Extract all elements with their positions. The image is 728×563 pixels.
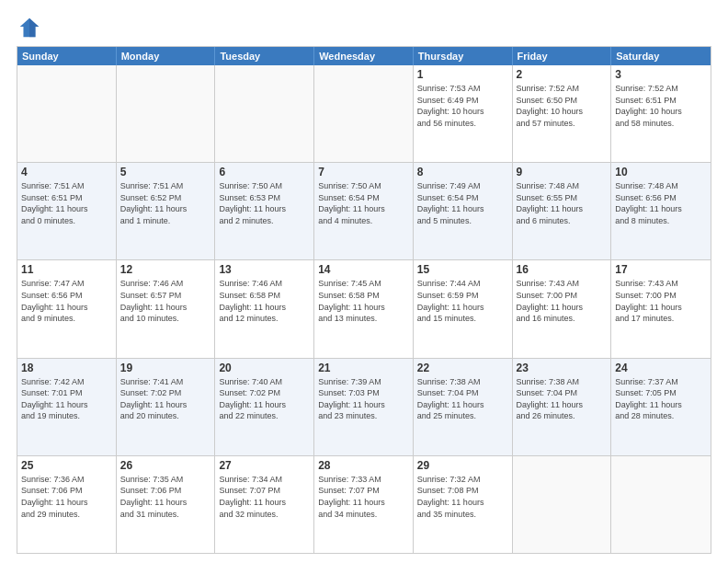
day-info: Sunrise: 7:38 AM Sunset: 7:04 PM Dayligh… [517,376,608,422]
day-number: 3 [615,68,707,81]
day-number: 7 [318,166,409,178]
day-number: 8 [417,166,508,178]
day-number: 20 [219,362,310,374]
header-cell-saturday: Saturday [611,47,711,65]
day-info: Sunrise: 7:50 AM Sunset: 6:54 PM Dayligh… [318,180,409,226]
cal-cell-6: 6Sunrise: 7:50 AM Sunset: 6:53 PM Daylig… [215,163,314,259]
cal-cell-23: 23Sunrise: 7:38 AM Sunset: 7:04 PM Dayli… [513,359,612,455]
cal-cell-3: 3Sunrise: 7:52 AM Sunset: 6:51 PM Daylig… [611,65,711,162]
cal-cell-1: 1Sunrise: 7:53 AM Sunset: 6:49 PM Daylig… [414,65,513,162]
day-info: Sunrise: 7:43 AM Sunset: 7:00 PM Dayligh… [517,278,608,324]
cal-cell-22: 22Sunrise: 7:38 AM Sunset: 7:04 PM Dayli… [414,359,513,455]
day-number: 12 [120,263,211,276]
calendar-row-1: 4Sunrise: 7:51 AM Sunset: 6:51 PM Daylig… [17,162,711,259]
day-info: Sunrise: 7:42 AM Sunset: 7:01 PM Dayligh… [21,376,112,422]
calendar-header: SundayMondayTuesdayWednesdayThursdayFrid… [17,47,711,65]
cal-cell-empty-0-2 [215,65,314,162]
day-number: 26 [120,459,211,472]
cal-cell-26: 26Sunrise: 7:35 AM Sunset: 7:06 PM Dayli… [117,456,216,553]
day-info: Sunrise: 7:39 AM Sunset: 7:03 PM Dayligh… [318,376,409,422]
logo [17,15,46,40]
day-info: Sunrise: 7:47 AM Sunset: 6:56 PM Dayligh… [21,278,112,324]
day-number: 2 [517,68,608,81]
day-info: Sunrise: 7:41 AM Sunset: 7:02 PM Dayligh… [120,376,211,422]
cal-cell-13: 13Sunrise: 7:46 AM Sunset: 6:58 PM Dayli… [215,260,314,357]
day-info: Sunrise: 7:51 AM Sunset: 6:52 PM Dayligh… [120,180,211,226]
cal-cell-21: 21Sunrise: 7:39 AM Sunset: 7:03 PM Dayli… [314,359,414,455]
day-number: 24 [615,362,707,374]
cal-cell-25: 25Sunrise: 7:36 AM Sunset: 7:06 PM Dayli… [17,456,117,553]
day-info: Sunrise: 7:48 AM Sunset: 6:55 PM Dayligh… [517,180,608,226]
day-number: 13 [219,263,310,276]
cal-cell-29: 29Sunrise: 7:32 AM Sunset: 7:08 PM Dayli… [414,456,513,553]
day-number: 28 [318,459,409,472]
day-info: Sunrise: 7:48 AM Sunset: 6:56 PM Dayligh… [615,180,707,226]
day-number: 19 [120,362,211,374]
day-number: 4 [21,166,112,178]
day-info: Sunrise: 7:52 AM Sunset: 6:50 PM Dayligh… [517,83,608,129]
day-info: Sunrise: 7:45 AM Sunset: 6:58 PM Dayligh… [318,278,409,324]
day-info: Sunrise: 7:49 AM Sunset: 6:54 PM Dayligh… [417,180,508,226]
cal-cell-4: 4Sunrise: 7:51 AM Sunset: 6:51 PM Daylig… [17,163,117,259]
svg-marker-1 [29,18,39,38]
day-info: Sunrise: 7:51 AM Sunset: 6:51 PM Dayligh… [21,180,112,226]
cal-cell-12: 12Sunrise: 7:46 AM Sunset: 6:57 PM Dayli… [117,260,216,357]
day-info: Sunrise: 7:46 AM Sunset: 6:57 PM Dayligh… [120,278,211,324]
cal-cell-8: 8Sunrise: 7:49 AM Sunset: 6:54 PM Daylig… [414,163,513,259]
day-info: Sunrise: 7:43 AM Sunset: 7:00 PM Dayligh… [615,278,707,324]
day-info: Sunrise: 7:46 AM Sunset: 6:58 PM Dayligh… [219,278,310,324]
day-info: Sunrise: 7:38 AM Sunset: 7:04 PM Dayligh… [417,376,508,422]
day-number: 6 [219,166,310,178]
day-info: Sunrise: 7:52 AM Sunset: 6:51 PM Dayligh… [615,83,707,129]
cal-cell-14: 14Sunrise: 7:45 AM Sunset: 6:58 PM Dayli… [314,260,414,357]
day-info: Sunrise: 7:34 AM Sunset: 7:07 PM Dayligh… [219,474,310,520]
cal-cell-10: 10Sunrise: 7:48 AM Sunset: 6:56 PM Dayli… [611,163,711,259]
day-number: 29 [417,459,508,472]
day-number: 23 [517,362,608,374]
header-cell-thursday: Thursday [414,47,513,65]
cal-cell-17: 17Sunrise: 7:43 AM Sunset: 7:00 PM Dayli… [611,260,711,357]
day-info: Sunrise: 7:32 AM Sunset: 7:08 PM Dayligh… [417,474,508,520]
calendar: SundayMondayTuesdayWednesdayThursdayFrid… [17,46,711,554]
day-number: 25 [21,459,112,472]
header-cell-friday: Friday [513,47,612,65]
day-number: 5 [120,166,211,178]
day-info: Sunrise: 7:37 AM Sunset: 7:05 PM Dayligh… [615,376,707,422]
cal-cell-7: 7Sunrise: 7:50 AM Sunset: 6:54 PM Daylig… [314,163,414,259]
cal-cell-empty-4-5 [513,456,612,553]
cal-cell-5: 5Sunrise: 7:51 AM Sunset: 6:52 PM Daylig… [117,163,216,259]
day-number: 1 [417,68,508,81]
day-info: Sunrise: 7:33 AM Sunset: 7:07 PM Dayligh… [318,474,409,520]
header-cell-tuesday: Tuesday [215,47,314,65]
day-number: 10 [615,166,707,178]
cal-cell-27: 27Sunrise: 7:34 AM Sunset: 7:07 PM Dayli… [215,456,314,553]
day-number: 11 [21,263,112,276]
cal-cell-empty-0-3 [314,65,414,162]
calendar-row-2: 11Sunrise: 7:47 AM Sunset: 6:56 PM Dayli… [17,259,711,357]
header-cell-monday: Monday [117,47,216,65]
cal-cell-19: 19Sunrise: 7:41 AM Sunset: 7:02 PM Dayli… [117,359,216,455]
day-number: 27 [219,459,310,472]
calendar-row-3: 18Sunrise: 7:42 AM Sunset: 7:01 PM Dayli… [17,358,711,455]
cal-cell-15: 15Sunrise: 7:44 AM Sunset: 6:59 PM Dayli… [414,260,513,357]
calendar-body: 1Sunrise: 7:53 AM Sunset: 6:49 PM Daylig… [17,65,711,553]
day-info: Sunrise: 7:50 AM Sunset: 6:53 PM Dayligh… [219,180,310,226]
cal-cell-28: 28Sunrise: 7:33 AM Sunset: 7:07 PM Dayli… [314,456,414,553]
calendar-row-4: 25Sunrise: 7:36 AM Sunset: 7:06 PM Dayli… [17,455,711,553]
day-info: Sunrise: 7:40 AM Sunset: 7:02 PM Dayligh… [219,376,310,422]
day-number: 9 [517,166,608,178]
day-info: Sunrise: 7:36 AM Sunset: 7:06 PM Dayligh… [21,474,112,520]
header-cell-wednesday: Wednesday [314,47,414,65]
calendar-row-0: 1Sunrise: 7:53 AM Sunset: 6:49 PM Daylig… [17,65,711,162]
cal-cell-empty-0-0 [17,65,117,162]
cal-cell-16: 16Sunrise: 7:43 AM Sunset: 7:00 PM Dayli… [513,260,612,357]
day-number: 14 [318,263,409,276]
cal-cell-empty-0-1 [117,65,216,162]
cal-cell-20: 20Sunrise: 7:40 AM Sunset: 7:02 PM Dayli… [215,359,314,455]
day-number: 17 [615,263,707,276]
day-info: Sunrise: 7:35 AM Sunset: 7:06 PM Dayligh… [120,474,211,520]
header-cell-sunday: Sunday [17,47,117,65]
cal-cell-18: 18Sunrise: 7:42 AM Sunset: 7:01 PM Dayli… [17,359,117,455]
day-number: 22 [417,362,508,374]
day-number: 16 [517,263,608,276]
